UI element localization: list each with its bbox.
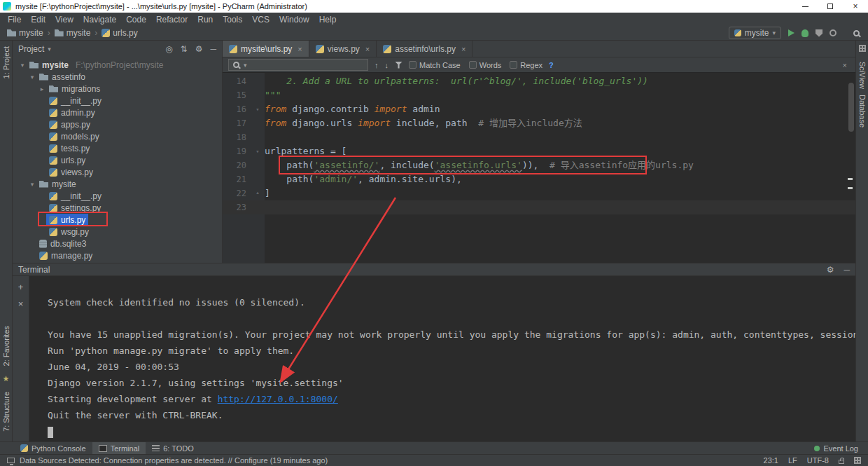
search-option-words[interactable]: Words (469, 61, 502, 69)
code-editor[interactable]: 14 2. Add a URL to urlpatterns: url(r'^b… (223, 73, 855, 263)
breadcrumb-item-mysite[interactable]: mysite (7, 28, 43, 38)
tree-expand-arrow[interactable]: ▾ (18, 62, 27, 69)
editor-scrollbar[interactable] (848, 83, 854, 132)
menu-item-view[interactable]: View (50, 13, 78, 26)
editor-tab-assetinfo-urls-py[interactable]: assetinfo\urls.py× (377, 41, 472, 57)
close-tab-icon[interactable]: × (461, 45, 465, 53)
tree-item-wsgi-py[interactable]: wsgi.py (13, 226, 222, 238)
menu-item-window[interactable]: Window (274, 13, 314, 26)
stripe-button-2-favorites[interactable]: 2: Favorites (2, 326, 10, 366)
filter-search-icon[interactable] (395, 62, 402, 69)
menu-item-run[interactable]: Run (192, 13, 218, 26)
code-line-18[interactable]: 18 (223, 130, 855, 144)
file-encoding[interactable]: UTF-8 (807, 456, 829, 465)
server-url-link[interactable]: http://127.0.0.1:8000/ (218, 394, 338, 404)
tree-item-models-py[interactable]: models.py (13, 130, 222, 142)
menu-item-file[interactable]: File (3, 13, 26, 26)
close-tab-icon[interactable]: × (365, 45, 370, 53)
tree-item-admin-py[interactable]: admin.py (13, 107, 222, 118)
minimize-button[interactable] (792, 0, 818, 13)
menu-item-vcs[interactable]: VCS (247, 13, 274, 26)
terminal-output[interactable]: System check identified no issues (0 sil… (29, 276, 855, 441)
tree-item-tests-py[interactable]: tests.py (13, 142, 222, 154)
stripe-button-database[interactable]: Database (858, 95, 867, 128)
toolwindow-button-6-todo[interactable]: 6: TODO (146, 442, 200, 455)
menu-item-code[interactable]: Code (121, 13, 151, 26)
tree-expand-arrow[interactable]: ▾ (28, 181, 36, 188)
breadcrumb-item-mysite[interactable]: mysite (55, 28, 91, 38)
previous-occurrence-icon[interactable]: ↑ (374, 61, 379, 69)
tree-item-assetinfo[interactable]: ▾assetinfo (13, 71, 222, 83)
tree-item-urls-py[interactable]: urls.py (13, 154, 222, 166)
debug-button[interactable] (802, 29, 808, 37)
search-input[interactable] (251, 61, 363, 69)
next-occurrence-icon[interactable]: ↓ (385, 61, 389, 69)
fold-icon[interactable]: ▾ (251, 186, 265, 200)
menu-item-edit[interactable]: Edit (26, 13, 50, 26)
tree-item-mysite[interactable]: ▾mysiteF:\pythonProject\mysite (13, 59, 222, 71)
fold-icon[interactable]: ▾ (251, 102, 265, 116)
search-help-icon[interactable]: ? (549, 61, 554, 69)
breadcrumb-item-urls-py[interactable]: urls.py (102, 28, 137, 38)
code-line-14[interactable]: 14 2. Add a URL to urlpatterns: url(r'^b… (223, 74, 855, 88)
editor-tab-mysite-urls-py[interactable]: mysite\urls.py× (223, 41, 309, 57)
fold-icon[interactable]: ▾ (251, 144, 265, 158)
coverage-button[interactable] (816, 29, 822, 37)
tree-item-migrations[interactable]: ▸migrations (13, 83, 222, 95)
tree-item-urls-py[interactable]: urls.py (13, 214, 222, 226)
stripe-button-7-structure[interactable]: 7: Structure (2, 392, 10, 432)
code-line-20[interactable]: 20 path('assetinfo/', include('assetinfo… (223, 158, 855, 172)
stripe-button-1-project[interactable]: 1: Project (2, 46, 10, 78)
code-line-15[interactable]: 15""" (223, 88, 855, 102)
hide-terminal-icon[interactable]: ─ (844, 265, 850, 275)
tree-item-init-py[interactable]: __init__.py (13, 190, 222, 202)
toolwindow-button-python-console[interactable]: Python Console (14, 442, 92, 455)
line-separator[interactable]: LF (788, 456, 797, 465)
stripe-button-sciview[interactable]: SciView (858, 62, 867, 89)
tree-item-apps-py[interactable]: apps.py (13, 118, 222, 130)
close-search-icon[interactable]: × (843, 61, 850, 69)
tree-item-db-sqlite3[interactable]: db.sqlite3 (13, 238, 222, 249)
menu-item-navigate[interactable]: Navigate (78, 13, 121, 26)
tree-item-init-py[interactable]: __init__.py (13, 95, 222, 107)
profiler-button[interactable] (830, 29, 836, 36)
tree-item-mysite[interactable]: ▾mysite (13, 178, 222, 190)
collapse-all-icon[interactable]: ⇅ (181, 44, 188, 54)
tree-expand-arrow[interactable]: ▸ (38, 85, 46, 92)
search-everywhere-icon[interactable] (853, 30, 860, 36)
terminal-settings-gear-icon[interactable]: ⚙ (827, 266, 834, 274)
run-button[interactable] (788, 29, 794, 36)
close-button[interactable]: × (843, 0, 868, 13)
code-line-17[interactable]: 17from django.urls import include, path … (223, 116, 855, 130)
close-tab-icon[interactable]: × (298, 45, 302, 53)
editor-tab-views-py[interactable]: views.py× (309, 41, 377, 57)
tree-item-manage-py[interactable]: manage.py (13, 249, 222, 261)
tree-expand-arrow[interactable]: ▾ (28, 74, 36, 81)
menu-item-tools[interactable]: Tools (218, 13, 247, 26)
code-line-22[interactable]: 22▾] (223, 186, 855, 200)
run-config-select[interactable]: mysite ▾ (729, 27, 781, 39)
settings-gear-icon[interactable]: ⚙ (195, 45, 203, 53)
status-message[interactable]: Data Sources Detected: Connection proper… (20, 456, 328, 465)
chevron-down-icon[interactable]: ▾ (48, 46, 51, 53)
hide-panel-icon[interactable]: ─ (210, 44, 216, 54)
search-option-match-case[interactable]: Match Case (409, 61, 461, 69)
search-history-icon[interactable]: ▾ (244, 62, 247, 69)
code-line-21[interactable]: 21 path('admin/', admin.site.urls), (223, 172, 855, 186)
grid-icon[interactable] (859, 45, 866, 52)
locate-file-icon[interactable]: ◎ (165, 44, 172, 54)
code-line-19[interactable]: 19▾urlpatterns = [ (223, 144, 855, 158)
code-line-16[interactable]: 16▾from django.contrib import admin (223, 102, 855, 116)
caret-position[interactable]: 23:1 (764, 456, 778, 465)
tree-item-views-py[interactable]: views.py (13, 166, 222, 178)
code-line-23[interactable]: 23 (223, 200, 855, 214)
menu-item-help[interactable]: Help (314, 13, 342, 26)
project-panel-title[interactable]: Project (18, 44, 44, 54)
tree-item-settings-py[interactable]: settings.py (13, 202, 222, 214)
readonly-lock-icon[interactable] (839, 460, 844, 464)
new-session-icon[interactable]: + (18, 282, 24, 292)
toolwindow-button-event-log[interactable]: Event Log (814, 444, 868, 453)
maximize-button[interactable] (818, 0, 843, 13)
toolwindow-button-terminal[interactable]: Terminal (92, 442, 146, 455)
close-session-icon[interactable]: × (18, 299, 24, 309)
